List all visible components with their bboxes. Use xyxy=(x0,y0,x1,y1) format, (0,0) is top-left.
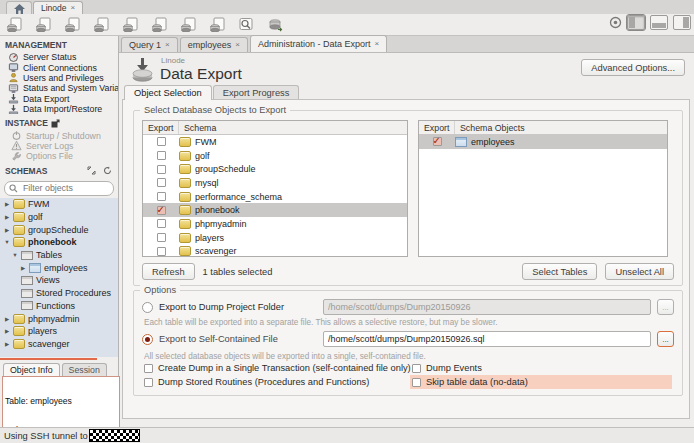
self-contained-path-input[interactable] xyxy=(323,331,651,347)
self-contained-radio[interactable] xyxy=(142,334,153,345)
schema-tree-item-tables[interactable]: Tables xyxy=(0,249,118,262)
schema-filter-input[interactable] xyxy=(21,182,109,194)
table-row-selected[interactable]: phonebook xyxy=(143,203,407,217)
toggle-left-sidebar-icon[interactable] xyxy=(627,15,645,30)
create-function-icon[interactable] xyxy=(179,16,196,33)
panel-splitter[interactable] xyxy=(0,358,97,360)
refresh-schemas-icon[interactable] xyxy=(103,166,112,175)
expand-arrow-icon[interactable] xyxy=(4,227,10,233)
schema-tree-item-groupschedule[interactable]: groupSchedule xyxy=(0,223,118,236)
schema-tree-item-stored-procedures[interactable]: Stored Procedures xyxy=(0,287,118,300)
sidebar-item-server-logs[interactable]: Server Logs xyxy=(0,141,118,151)
schema-tree-item-fwm[interactable]: FWM xyxy=(0,198,118,211)
sidebar-item-client-connections[interactable]: Client Connections xyxy=(0,62,118,72)
find-icon[interactable] xyxy=(609,16,622,29)
instance-actions-icon[interactable] xyxy=(51,119,60,128)
expand-arrow-icon[interactable] xyxy=(4,201,10,207)
sidebar-item-users-privileges[interactable]: Users and Privileges xyxy=(0,73,118,83)
export-checkbox[interactable] xyxy=(157,178,166,187)
search-table-data-icon[interactable] xyxy=(237,16,254,33)
expand-arrow-icon[interactable] xyxy=(4,328,10,334)
tab-query-1[interactable]: Query 1× xyxy=(121,37,178,52)
expand-toggle-icon[interactable] xyxy=(87,166,96,175)
new-sql-tab-icon[interactable] xyxy=(5,16,22,33)
schema-tree-item-employees[interactable]: employees xyxy=(0,261,118,274)
schema-tree-item-golf[interactable]: golf xyxy=(0,211,118,224)
sidebar-item-data-export[interactable]: Data Export xyxy=(0,94,118,104)
export-checkbox-checked[interactable] xyxy=(157,206,166,215)
export-checkbox[interactable] xyxy=(157,247,166,256)
table-row[interactable]: mysql xyxy=(143,176,407,190)
sidebar-item-data-import[interactable]: Data Import/Restore xyxy=(0,104,118,114)
create-view-icon[interactable] xyxy=(121,16,138,33)
close-icon[interactable]: × xyxy=(235,41,240,49)
advanced-options-button[interactable]: Advanced Options... xyxy=(581,59,685,76)
tab-export-progress[interactable]: Export Progress xyxy=(213,85,300,100)
tab-session[interactable]: Session xyxy=(62,363,107,376)
stored-routines-option[interactable]: Dump Stored Routines (Procedures and Fun… xyxy=(144,377,369,387)
table-row[interactable]: FWM xyxy=(143,135,407,149)
schema-tree-item-players[interactable]: players xyxy=(0,325,118,338)
skip-table-data-checkbox[interactable] xyxy=(412,378,421,387)
close-icon[interactable]: × xyxy=(71,4,76,12)
single-transaction-option[interactable]: Create Dump in a Single Transaction (sel… xyxy=(144,363,411,373)
close-icon[interactable]: × xyxy=(165,41,170,49)
table-row[interactable]: phpmyadmin xyxy=(143,217,407,231)
close-icon[interactable]: × xyxy=(374,40,379,48)
expand-arrow-icon[interactable] xyxy=(4,341,10,347)
export-checkbox[interactable] xyxy=(157,151,166,160)
browse-folder-button[interactable]: ... xyxy=(657,299,674,315)
reconnect-dbms-icon[interactable] xyxy=(266,16,283,33)
skip-table-data-option[interactable]: Skip table data (no-data) xyxy=(410,375,672,389)
export-checkbox[interactable] xyxy=(157,192,166,201)
sidebar-item-options-file[interactable]: Options File xyxy=(0,151,118,161)
expand-arrow-icon[interactable] xyxy=(12,252,18,258)
toggle-output-area-icon[interactable] xyxy=(650,15,668,30)
table-row-selected[interactable]: employees xyxy=(419,135,667,149)
select-tables-button[interactable]: Select Tables xyxy=(522,263,597,280)
expand-arrow-icon[interactable] xyxy=(4,214,10,220)
tab-object-selection[interactable]: Object Selection xyxy=(124,85,212,100)
tab-administration-data-export[interactable]: Administration - Data Export× xyxy=(250,35,387,52)
create-trigger-icon[interactable] xyxy=(208,16,225,33)
dump-folder-radio[interactable] xyxy=(142,302,153,313)
table-row[interactable]: groupSchedule xyxy=(143,162,407,176)
dump-folder-path-input[interactable] xyxy=(323,299,651,315)
connection-tab[interactable]: Linode × xyxy=(33,1,83,14)
refresh-button[interactable]: Refresh xyxy=(142,263,195,280)
tab-employees[interactable]: employees× xyxy=(180,37,248,52)
schema-tree-item-scavenger[interactable]: scavenger xyxy=(0,338,118,351)
export-checkbox[interactable] xyxy=(157,165,166,174)
toggle-right-sidebar-icon[interactable] xyxy=(673,15,691,30)
dump-events-checkbox[interactable] xyxy=(412,364,421,373)
sidebar-item-server-status[interactable]: Server Status xyxy=(0,52,118,62)
export-checkbox-checked[interactable] xyxy=(433,137,442,146)
table-row[interactable]: golf xyxy=(143,149,407,163)
tab-object-info[interactable]: Object Info xyxy=(3,363,60,376)
expand-arrow-icon[interactable] xyxy=(4,316,10,322)
export-checkbox[interactable] xyxy=(157,219,166,228)
schema-tree-item-phonebook[interactable]: phonebook xyxy=(0,236,118,249)
create-schema-icon[interactable] xyxy=(63,16,80,33)
open-sql-script-icon[interactable] xyxy=(34,16,51,33)
expand-arrow-icon[interactable] xyxy=(4,239,10,245)
export-checkbox[interactable] xyxy=(157,233,166,242)
unselect-all-button[interactable]: Unselect All xyxy=(605,263,674,280)
dump-events-option[interactable]: Dump Events xyxy=(412,363,482,373)
export-checkbox[interactable] xyxy=(157,137,166,146)
create-table-icon[interactable] xyxy=(92,16,109,33)
table-row[interactable]: players xyxy=(143,231,407,245)
sidebar-item-status-system-variables[interactable]: Status and System Variables xyxy=(0,83,118,93)
table-row[interactable]: scavenger xyxy=(143,245,407,258)
schema-tree-item-phpmyadmin[interactable]: phpmyadmin xyxy=(0,312,118,325)
home-tab[interactable] xyxy=(6,1,32,15)
table-row[interactable]: performance_schema xyxy=(143,190,407,204)
expand-arrow-icon[interactable] xyxy=(20,265,26,271)
schema-tree-item-functions[interactable]: Functions xyxy=(0,300,118,313)
single-transaction-checkbox[interactable] xyxy=(144,364,153,373)
stored-routines-checkbox[interactable] xyxy=(144,378,153,387)
create-stored-procedure-icon[interactable] xyxy=(150,16,167,33)
sidebar-item-startup-shutdown[interactable]: Startup / Shutdown xyxy=(0,130,118,140)
schema-tree-item-views[interactable]: Views xyxy=(0,274,118,287)
browse-file-button[interactable]: ... xyxy=(657,331,674,347)
